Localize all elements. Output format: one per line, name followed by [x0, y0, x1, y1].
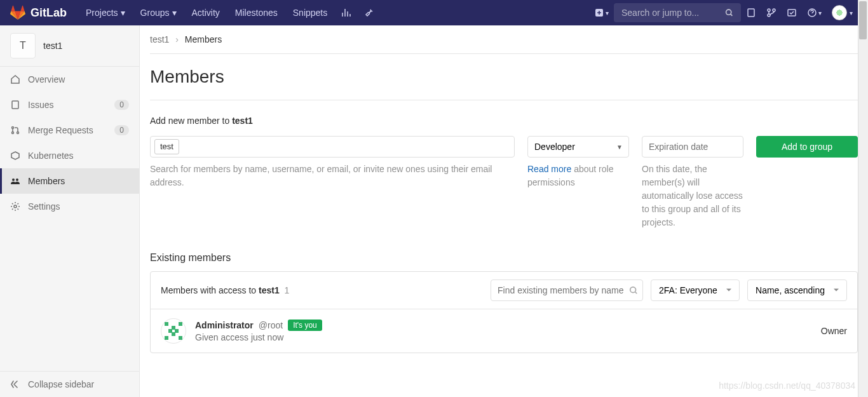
member-search-help: Search for members by name, username, or…	[150, 163, 515, 189]
read-more-link[interactable]: Read more	[527, 164, 571, 174]
member-username: @root	[259, 320, 283, 330]
sidebar-item-settings[interactable]: Settings	[0, 194, 139, 219]
sidebar-item-label: Settings	[28, 201, 60, 212]
plus-icon[interactable]: ▾	[589, 4, 614, 22]
chart-icon[interactable]	[336, 4, 356, 22]
chevron-down-icon: ▾	[850, 10, 853, 17]
breadcrumb-root[interactable]: test1	[150, 34, 169, 44]
scrollbar-thumb[interactable]	[859, 1, 867, 39]
2fa-filter-dropdown[interactable]: 2FA: Everyone	[651, 279, 740, 301]
members-count-label: Members with access to test1 1	[161, 285, 483, 295]
sidebar-item-overview[interactable]: Overview	[0, 67, 139, 92]
role-help: Read more about role permissions	[527, 163, 629, 189]
sidebar-item-label: Issues	[28, 100, 53, 110]
member-role: Owner	[821, 326, 847, 336]
group-name: test1	[43, 41, 62, 51]
chevron-down-icon: ▾	[121, 8, 125, 18]
main-content: test1 › Members Members Add new member t…	[140, 25, 868, 397]
svg-rect-23	[168, 329, 172, 333]
svg-rect-17	[165, 322, 168, 326]
merge-icon	[10, 125, 20, 135]
add-member-label: Add new member to test1	[150, 116, 858, 126]
svg-point-11	[17, 132, 19, 134]
chevron-down-icon: ▾	[818, 10, 822, 17]
svg-rect-20	[165, 336, 168, 340]
sidebar-item-issues[interactable]: Issues 0	[0, 92, 139, 118]
sidebar-item-label: Merge Requests	[28, 125, 93, 135]
its-you-badge: It's you	[288, 320, 322, 331]
sidebar-item-kubernetes[interactable]: Kubernetes	[0, 143, 139, 168]
issues-icon	[10, 100, 20, 110]
existing-members-heading: Existing members	[150, 252, 858, 264]
sidebar-item-label: Kubernetes	[28, 151, 74, 161]
merge-shortcut-icon[interactable]	[761, 4, 782, 22]
todos-icon[interactable]	[782, 4, 802, 22]
home-icon	[10, 74, 20, 84]
sidebar: T test1 Overview Issues 0 Merge Requests…	[0, 25, 140, 397]
add-to-group-button[interactable]: Add to group	[756, 136, 858, 158]
nav-groups[interactable]: Groups▾	[134, 4, 183, 22]
collapse-label: Collapse sidebar	[28, 379, 94, 389]
svg-point-15	[14, 205, 17, 208]
svg-rect-24	[175, 329, 179, 333]
brand-text: GitLab	[31, 6, 67, 20]
kubernetes-icon	[10, 151, 20, 161]
member-name[interactable]: Administrator	[195, 320, 254, 330]
issues-count-badge: 0	[114, 100, 129, 110]
svg-rect-8	[12, 101, 18, 109]
svg-rect-21	[179, 336, 182, 340]
members-icon	[10, 176, 20, 186]
sidebar-item-members[interactable]: Members	[0, 168, 139, 194]
mr-count-badge: 0	[114, 125, 129, 135]
nav-milestones[interactable]: Milestones	[229, 4, 284, 22]
collapse-icon	[10, 379, 20, 389]
sidebar-group-header[interactable]: T test1	[0, 25, 139, 67]
member-search-input[interactable]: test	[150, 136, 515, 158]
breadcrumb: test1 › Members	[150, 25, 858, 54]
gitlab-logo[interactable]: GitLab	[10, 5, 67, 20]
date-help: On this date, the member(s) will automat…	[642, 163, 743, 229]
identicon-icon	[162, 320, 185, 342]
member-chip[interactable]: test	[154, 139, 179, 154]
sidebar-item-label: Members	[28, 176, 65, 186]
svg-point-16	[630, 287, 636, 293]
member-avatar	[161, 318, 186, 344]
group-avatar: T	[10, 33, 36, 58]
breadcrumb-current: Members	[185, 34, 222, 44]
chevron-down-icon: ▾	[172, 8, 177, 18]
svg-point-13	[12, 178, 15, 181]
issues-shortcut-icon[interactable]	[741, 4, 761, 22]
add-member-section: Add new member to test1 test Search for …	[150, 100, 858, 239]
page-title: Members	[150, 54, 858, 100]
svg-point-1	[726, 10, 731, 15]
chevron-right-icon: ›	[175, 34, 179, 44]
expiration-date-input[interactable]	[642, 136, 743, 158]
user-menu[interactable]: ▾	[827, 1, 858, 24]
svg-point-14	[16, 178, 18, 181]
search-input[interactable]	[621, 8, 725, 18]
help-icon[interactable]: ▾	[802, 4, 827, 22]
wrench-icon[interactable]	[359, 4, 379, 22]
top-navbar: GitLab Projects▾ Groups▾ Activity Milest…	[0, 0, 868, 25]
svg-point-5	[773, 9, 775, 11]
svg-marker-12	[11, 152, 19, 159]
sidebar-item-merge-requests[interactable]: Merge Requests 0	[0, 118, 139, 143]
sidebar-item-label: Overview	[28, 74, 65, 84]
chevron-down-icon: ▾	[606, 10, 609, 17]
svg-rect-18	[179, 322, 182, 326]
members-toolbar: Members with access to test1 1 2FA: Ever…	[151, 272, 857, 309]
role-select[interactable]: Developer	[527, 136, 629, 158]
collapse-sidebar[interactable]: Collapse sidebar	[0, 371, 139, 397]
members-panel: Members with access to test1 1 2FA: Ever…	[150, 271, 858, 353]
find-members-input[interactable]	[491, 279, 643, 301]
global-search[interactable]	[614, 3, 741, 22]
nav-activity[interactable]: Activity	[186, 4, 226, 22]
nav-snippets[interactable]: Snippets	[287, 4, 334, 22]
search-icon[interactable]	[629, 286, 638, 295]
sort-dropdown[interactable]: Name, ascending	[747, 279, 847, 301]
svg-rect-2	[748, 9, 754, 17]
browser-scrollbar[interactable]	[858, 0, 868, 397]
nav-projects[interactable]: Projects▾	[79, 4, 132, 22]
svg-point-3	[768, 9, 770, 11]
search-icon	[725, 8, 733, 17]
